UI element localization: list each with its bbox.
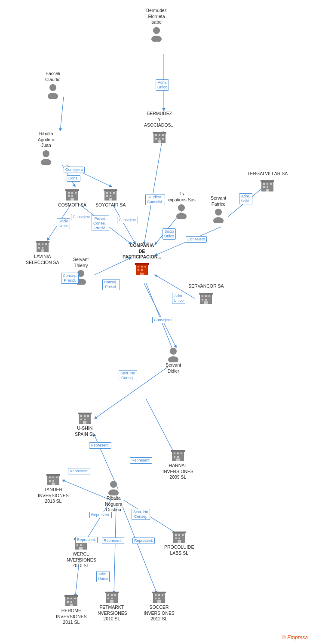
svg-point-119 bbox=[110, 481, 117, 488]
ts-label: Tsicipations Sas bbox=[168, 191, 196, 203]
wercl-label: WERCLINVERSIONES2010 SL bbox=[65, 551, 96, 569]
lavinia-icon bbox=[35, 238, 50, 254]
harnal-node: HARNALINVERSIONES2009 SL bbox=[163, 447, 193, 481]
svg-rect-148 bbox=[162, 594, 163, 596]
svg-line-17 bbox=[62, 480, 111, 500]
svg-rect-68 bbox=[38, 243, 40, 245]
badge-adm-solid: Adm.Solid. bbox=[239, 193, 252, 204]
soyotair-icon bbox=[103, 187, 118, 202]
fetmarkt-label: FETMARKTINVERSIONES2010 SL bbox=[96, 605, 127, 622]
badge-consejero-soy: Consejero bbox=[117, 217, 138, 223]
badge-secr-no-consej-2: Secr. NoConsej. bbox=[132, 509, 150, 520]
svg-line-2 bbox=[60, 97, 64, 131]
svg-rect-46 bbox=[65, 189, 79, 191]
compania-node: COMPAÑIADEPARTICIPACION... bbox=[123, 243, 161, 276]
svg-rect-73 bbox=[41, 249, 44, 252]
badge-cons-small: Cons. bbox=[67, 175, 80, 182]
bacceli-label: BacceliClaudio bbox=[45, 71, 61, 82]
svg-rect-134 bbox=[178, 538, 180, 539]
tergalvillar-label: TERGALVILLAR SA bbox=[247, 171, 288, 177]
svg-rect-80 bbox=[141, 269, 143, 271]
svg-rect-114 bbox=[56, 477, 58, 478]
svg-point-56 bbox=[176, 213, 187, 219]
svg-point-58 bbox=[213, 217, 224, 223]
procoluide-icon bbox=[172, 529, 187, 544]
svg-rect-28 bbox=[159, 134, 160, 136]
bacceli-icon bbox=[46, 83, 60, 99]
badge-represent-wercl: Represent. bbox=[102, 538, 124, 544]
svg-rect-92 bbox=[199, 293, 213, 295]
ushin-node: U-SHINSPAIN SL bbox=[75, 410, 95, 438]
svg-rect-139 bbox=[111, 594, 113, 596]
ribalta-aguilera-icon bbox=[39, 149, 53, 165]
badge-adm-unico-top: Adm.Unico bbox=[156, 79, 169, 91]
svg-rect-50 bbox=[113, 192, 115, 194]
svg-rect-61 bbox=[267, 183, 268, 185]
svg-rect-51 bbox=[106, 195, 108, 197]
svg-rect-97 bbox=[84, 415, 86, 417]
svg-rect-133 bbox=[175, 538, 177, 539]
svg-rect-31 bbox=[159, 138, 160, 140]
svg-rect-77 bbox=[141, 266, 143, 267]
svg-point-36 bbox=[48, 93, 58, 99]
svg-rect-64 bbox=[267, 186, 268, 188]
svg-rect-81 bbox=[140, 273, 144, 275]
svg-rect-112 bbox=[49, 477, 51, 478]
svg-rect-130 bbox=[175, 534, 177, 536]
svg-rect-118 bbox=[46, 474, 60, 476]
badge-secr-no-consej: Secr. NoConsej. bbox=[119, 370, 137, 381]
svg-rect-33 bbox=[158, 140, 161, 143]
svg-rect-88 bbox=[209, 295, 210, 297]
svg-rect-29 bbox=[162, 134, 164, 136]
ribalta-noguera-node: RibaltaNogueraCristina bbox=[105, 480, 122, 514]
svg-rect-157 bbox=[67, 601, 69, 603]
servant-patrice-label: ServantPatrice bbox=[211, 195, 226, 207]
svg-rect-117 bbox=[52, 483, 55, 485]
svg-line-13 bbox=[144, 283, 176, 348]
svg-rect-86 bbox=[202, 295, 203, 297]
svg-rect-98 bbox=[87, 415, 89, 417]
badge-consej-presid-thierry: Consej..Presid. bbox=[61, 273, 79, 284]
compania-icon bbox=[134, 261, 150, 276]
tergalvillar-icon bbox=[260, 178, 275, 193]
servancor-icon bbox=[198, 290, 214, 306]
svg-rect-147 bbox=[158, 594, 160, 596]
svg-point-93 bbox=[170, 348, 177, 355]
svg-rect-66 bbox=[261, 180, 274, 182]
svg-rect-41 bbox=[71, 192, 73, 194]
svg-point-55 bbox=[178, 204, 185, 211]
servant-didier-icon bbox=[166, 347, 180, 362]
soccer-label: SOCCERINVERSIONES2012 SL bbox=[144, 605, 175, 622]
svg-rect-54 bbox=[104, 189, 117, 191]
svg-rect-113 bbox=[52, 477, 54, 478]
svg-rect-82 bbox=[135, 263, 149, 265]
svg-rect-53 bbox=[109, 198, 112, 200]
svg-rect-155 bbox=[71, 598, 72, 599]
svg-rect-104 bbox=[174, 453, 175, 454]
svg-rect-116 bbox=[52, 480, 54, 482]
svg-rect-146 bbox=[155, 594, 156, 596]
badge-auditor: AuditorConsolid. bbox=[145, 194, 165, 205]
svg-rect-127 bbox=[79, 547, 83, 550]
svg-rect-108 bbox=[177, 456, 179, 458]
servant-thierry-label: ServantThierry bbox=[73, 257, 89, 268]
svg-rect-135 bbox=[178, 540, 181, 543]
svg-rect-132 bbox=[182, 534, 184, 536]
svg-rect-79 bbox=[138, 269, 139, 271]
ts-icon bbox=[175, 204, 188, 219]
tander-node: TANDERINVERSIONES2013 SL bbox=[38, 471, 69, 505]
svg-rect-96 bbox=[80, 415, 82, 417]
soyotair-node: SOYOTAIR SA bbox=[95, 187, 126, 209]
badge-presid-consej: Presid.Consej..Presid. bbox=[92, 216, 109, 231]
svg-rect-49 bbox=[110, 192, 111, 194]
cosmofi-label: COSMOFI SA bbox=[58, 202, 86, 208]
svg-point-37 bbox=[43, 150, 49, 157]
servant-didier-node: ServantDidier bbox=[166, 347, 181, 375]
fetmarkt-icon bbox=[104, 589, 120, 605]
tander-icon bbox=[46, 471, 61, 487]
ribalta-noguera-icon bbox=[107, 480, 120, 495]
ushin-label: U-SHINSPAIN SL bbox=[75, 425, 95, 437]
badge-adm-unico-servancor: Adm.Unico bbox=[172, 293, 185, 304]
svg-rect-156 bbox=[74, 598, 76, 599]
badge-consejero-ts: Consejero bbox=[186, 236, 207, 243]
